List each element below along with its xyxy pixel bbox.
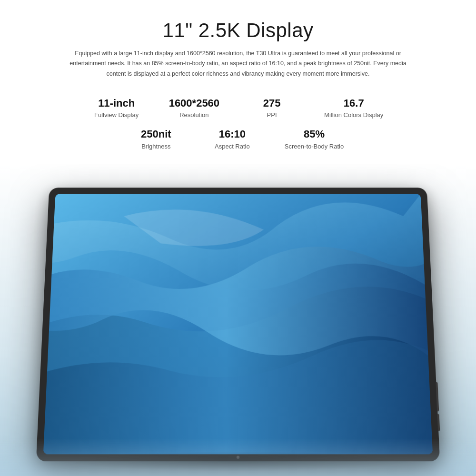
specs-row-1: 11-inch Fullview Display 1600*2560 Resol… xyxy=(29,92,447,123)
spec-label-aspect: Aspect Ratio xyxy=(215,143,250,150)
spec-value-resolution: 1600*2560 xyxy=(169,97,219,109)
spec-label-stb: Screen-to-Body Ratio xyxy=(285,143,344,150)
spec-item-colors: 16.7 Million Colors Display xyxy=(310,92,397,123)
bottom-reflection xyxy=(0,438,476,476)
tablet-frame xyxy=(36,188,440,461)
description: Equipped with a large 11-inch display an… xyxy=(60,49,416,79)
spec-label-resolution: Resolution xyxy=(179,111,208,119)
spec-label-ppi: PPI xyxy=(267,111,277,119)
spec-item-brightness: 250nit Brightness xyxy=(118,123,194,154)
specs-row-2: 250nit Brightness 16:10 Aspect Ratio 85%… xyxy=(29,123,447,154)
spec-value-aspect: 16:10 xyxy=(219,128,246,140)
spec-label-brightness: Brightness xyxy=(141,143,170,150)
wallpaper-waves xyxy=(43,194,433,454)
page-wrapper: 11" 2.5K Display Equipped with a large 1… xyxy=(0,0,476,476)
spec-value-colors: 16.7 xyxy=(344,97,364,109)
main-title: 11" 2.5K Display xyxy=(162,19,313,42)
spec-value-size: 11-inch xyxy=(98,97,135,109)
tablet-section xyxy=(0,164,476,476)
top-section: 11" 2.5K Display Equipped with a large 1… xyxy=(0,0,476,164)
spec-item-aspect: 16:10 Aspect Ratio xyxy=(194,123,270,154)
tablet-wrapper xyxy=(36,188,440,461)
tablet-button-volume xyxy=(437,414,440,431)
spec-label-size: Fullview Display xyxy=(94,111,139,119)
spec-value-ppi: 275 xyxy=(263,97,281,109)
spec-label-colors: Million Colors Display xyxy=(324,111,383,119)
spec-item-ppi: 275 PPI xyxy=(234,92,310,123)
specs-grid: 11-inch Fullview Display 1600*2560 Resol… xyxy=(29,92,447,155)
spec-item-stb: 85% Screen-to-Body Ratio xyxy=(270,123,358,154)
spec-value-brightness: 250nit xyxy=(141,128,171,140)
spec-item-size: 11-inch Fullview Display xyxy=(79,92,155,123)
spec-value-stb: 85% xyxy=(304,128,325,140)
tablet-button-power xyxy=(436,382,439,412)
spec-item-resolution: 1600*2560 Resolution xyxy=(155,92,234,123)
screen-background xyxy=(43,194,433,454)
tablet-screen xyxy=(43,194,433,454)
